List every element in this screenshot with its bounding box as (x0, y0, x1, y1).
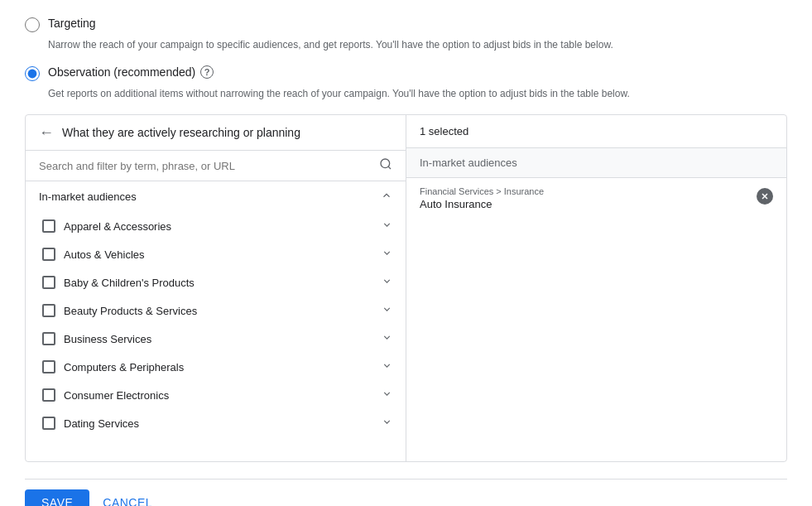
item-label-baby: Baby & Children's Products (64, 277, 373, 289)
item-label-business: Business Services (64, 333, 373, 345)
collapse-icon (381, 190, 392, 204)
item-label-beauty: Beauty Products & Services (64, 305, 373, 317)
left-panel: ← What they are actively researching or … (26, 115, 406, 461)
category-list: In-market audiences Apparel & Accessorie… (26, 181, 406, 461)
category-label: In-market audiences (39, 190, 137, 203)
expand-icon-consumer (382, 388, 392, 402)
back-arrow-icon[interactable]: ← (39, 125, 54, 140)
search-box (26, 151, 406, 181)
left-header-title: What they are actively researching or pl… (62, 126, 300, 139)
item-label-dating: Dating Services (64, 417, 373, 430)
right-section-label: In-market audiences (406, 148, 786, 178)
checkbox-business[interactable] (42, 332, 55, 345)
expand-icon-dating (382, 417, 392, 430)
observation-description: Get reports on additional items without … (48, 86, 787, 101)
selected-item-parent: Financial Services > Insurance (420, 186, 544, 196)
targeting-description: Narrow the reach of your campaign to spe… (48, 37, 787, 52)
search-input[interactable] (39, 160, 372, 172)
expand-icon-computers (382, 360, 392, 373)
item-label-computers: Computers & Peripherals (64, 361, 373, 373)
item-label-autos: Autos & Vehicles (64, 248, 373, 261)
list-item[interactable]: Baby & Children's Products (26, 268, 406, 296)
cancel-button[interactable]: CANCEL (103, 496, 152, 506)
checkbox-computers[interactable] (42, 360, 55, 373)
right-panel: 1 selected In-market audiences Financial… (406, 115, 786, 461)
checkbox-apparel[interactable] (42, 219, 55, 233)
expand-icon-business (382, 332, 392, 345)
checkbox-baby[interactable] (42, 276, 55, 289)
observation-option: Observation (recommended) ? Get reports … (25, 65, 787, 101)
category-header[interactable]: In-market audiences (26, 181, 406, 212)
selected-item-name: Auto Insurance (420, 198, 544, 210)
list-item[interactable]: Autos & Vehicles (26, 240, 406, 268)
list-item[interactable]: Beauty Products & Services (26, 296, 406, 325)
svg-point-0 (381, 159, 390, 168)
item-label-apparel: Apparel & Accessories (64, 220, 373, 233)
expand-icon-apparel (382, 219, 392, 233)
expand-icon-baby (382, 276, 392, 289)
svg-line-1 (388, 166, 391, 169)
remove-item-button[interactable] (757, 188, 773, 205)
help-icon[interactable]: ? (200, 65, 214, 79)
expand-icon-beauty (382, 304, 392, 317)
audience-panel: ← What they are actively researching or … (25, 114, 787, 462)
selected-item: Financial Services > Insurance Auto Insu… (406, 178, 786, 219)
list-item[interactable]: Apparel & Accessories (26, 212, 406, 240)
selected-item-content: Financial Services > Insurance Auto Insu… (420, 186, 544, 210)
item-label-consumer: Consumer Electronics (64, 389, 373, 402)
checkbox-dating[interactable] (42, 417, 55, 430)
save-button[interactable]: SAVE (25, 489, 89, 506)
bottom-bar: SAVE CANCEL (25, 479, 787, 506)
list-item[interactable]: Computers & Peripherals (26, 353, 406, 381)
checkbox-beauty[interactable] (42, 304, 55, 317)
list-item[interactable]: Consumer Electronics (26, 381, 406, 409)
targeting-option: Targeting Narrow the reach of your campa… (25, 17, 787, 52)
observation-radio[interactable] (25, 66, 40, 81)
checkbox-consumer[interactable] (42, 388, 55, 402)
right-panel-header: 1 selected (406, 115, 786, 148)
list-item[interactable]: Dating Services (26, 409, 406, 437)
left-panel-header: ← What they are actively researching or … (26, 115, 406, 151)
search-icon (379, 157, 392, 174)
targeting-radio[interactable] (25, 17, 40, 32)
targeting-label: Targeting (48, 17, 96, 30)
list-item[interactable]: Business Services (26, 325, 406, 353)
checkbox-autos[interactable] (42, 248, 55, 261)
expand-icon-autos (382, 248, 392, 261)
observation-label: Observation (recommended) ? (48, 65, 214, 79)
